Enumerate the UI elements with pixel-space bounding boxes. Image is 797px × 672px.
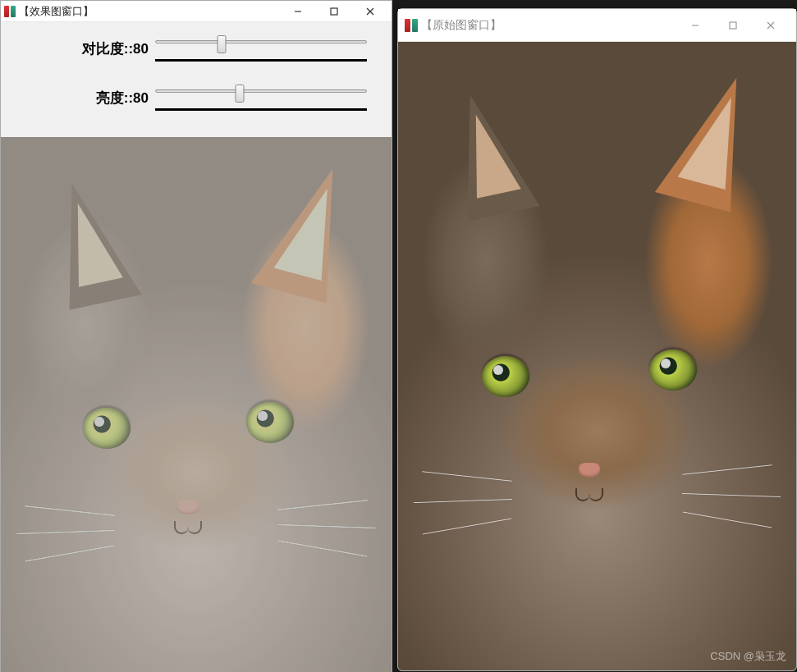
original-window: 【原始图窗口】 CSDN @枭玉龙 [397, 8, 797, 671]
effect-window: 【效果图窗口】 对比度::80 亮度::80 [0, 0, 392, 672]
brightness-slider[interactable] [155, 85, 367, 111]
brightness-slider-row: 亮度::80 [9, 85, 367, 111]
contrast-slider-row: 对比度::80 [9, 35, 367, 62]
sliders-panel: 对比度::80 亮度::80 [1, 22, 392, 137]
original-titlebar[interactable]: 【原始图窗口】 [398, 9, 796, 42]
close-button[interactable] [752, 10, 790, 41]
original-image: CSDN @枭玉龙 [398, 42, 796, 670]
maximize-button[interactable] [316, 2, 352, 21]
minimize-button[interactable] [676, 10, 714, 41]
window-controls [280, 2, 388, 21]
app-icon [4, 6, 16, 17]
minimize-button[interactable] [280, 2, 316, 21]
brightness-slider-thumb[interactable] [236, 85, 245, 103]
effect-image [1, 137, 392, 672]
svg-rect-5 [730, 22, 736, 29]
effect-titlebar[interactable]: 【效果图窗口】 [1, 1, 392, 22]
contrast-slider[interactable] [155, 35, 367, 62]
svg-rect-1 [331, 8, 337, 15]
contrast-slider-thumb[interactable] [217, 35, 226, 53]
window-controls [676, 10, 790, 41]
app-icon [405, 19, 418, 32]
watermark: CSDN @枭玉龙 [710, 649, 786, 664]
original-window-title: 【原始图窗口】 [421, 18, 673, 33]
effect-window-title: 【效果图窗口】 [19, 4, 277, 19]
contrast-label: 对比度::80 [9, 39, 149, 58]
maximize-button[interactable] [714, 10, 752, 41]
close-button[interactable] [352, 2, 388, 21]
brightness-label: 亮度::80 [9, 89, 149, 107]
